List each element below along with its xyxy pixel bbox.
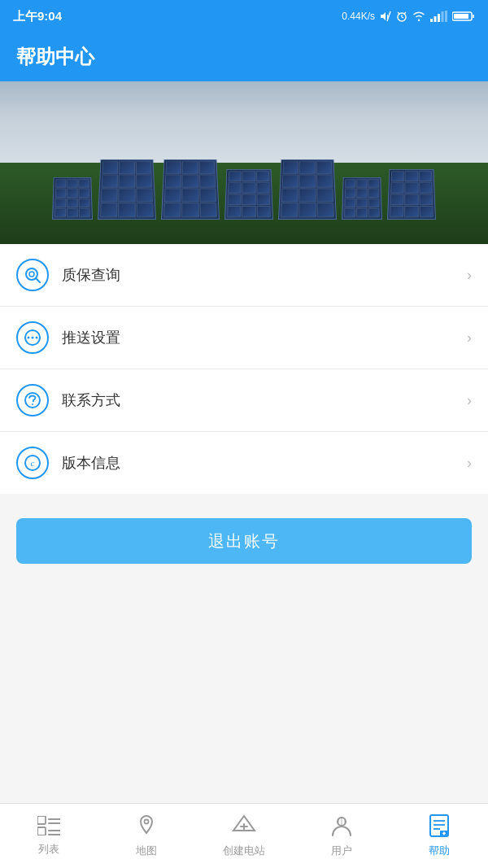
nav-map-label: 地图: [136, 844, 157, 858]
svg-rect-5: [442, 11, 444, 22]
solar-panel: [224, 169, 273, 220]
svg-rect-22: [37, 827, 46, 835]
solar-panel: [161, 159, 220, 220]
nav-item-map[interactable]: 地图: [98, 804, 195, 868]
version-arrow: ›: [467, 455, 472, 472]
network-speed: 0.44K/s: [342, 11, 375, 22]
status-right: 0.44K/s: [342, 11, 475, 22]
page-title: 帮助中心: [16, 44, 94, 70]
solar-panel-array: [0, 150, 488, 220]
logout-section: 退出账号: [0, 494, 488, 588]
solar-panel: [387, 169, 436, 220]
warranty-arrow: ›: [467, 267, 472, 284]
bottom-nav: 列表 地图 创建电站: [0, 803, 488, 868]
nav-item-help[interactable]: 帮助: [390, 804, 488, 868]
nav-list-label: 列表: [38, 842, 59, 857]
push-icon: [16, 321, 49, 354]
svg-rect-2: [430, 19, 433, 22]
nav-item-user[interactable]: 用户: [293, 804, 390, 868]
menu-item-version[interactable]: c 版本信息 ›: [0, 432, 488, 494]
svg-rect-3: [434, 16, 437, 22]
contact-arrow: ›: [467, 392, 472, 409]
menu-section: 质保查询 › 推送设置 › 联系方式 ›: [0, 244, 488, 494]
logout-button[interactable]: 退出账号: [16, 518, 472, 564]
mute-icon: [379, 11, 392, 22]
svg-point-27: [145, 819, 149, 823]
menu-item-contact[interactable]: 联系方式 ›: [0, 369, 488, 432]
status-bar: 上午9:04 0.44K/s: [0, 0, 488, 33]
nav-create-label: 创建电站: [223, 844, 265, 858]
map-icon: [137, 814, 156, 840]
signal-icon: [430, 11, 448, 22]
list-icon: [37, 816, 60, 839]
push-arrow: ›: [467, 329, 472, 347]
svg-point-15: [32, 337, 34, 339]
svg-line-12: [36, 278, 40, 282]
svg-point-14: [28, 337, 30, 339]
solar-panel: [278, 159, 337, 220]
contact-icon: [16, 384, 49, 417]
warranty-label: 质保查询: [62, 265, 467, 285]
nav-item-list[interactable]: 列表: [0, 804, 98, 868]
contact-label: 联系方式: [62, 390, 467, 410]
help-icon: [429, 814, 450, 840]
nav-help-label: 帮助: [429, 844, 450, 858]
svg-text:c: c: [31, 458, 35, 468]
svg-rect-9: [454, 14, 468, 19]
alarm-icon: [396, 11, 407, 22]
wifi-icon: [412, 11, 426, 22]
create-icon: [232, 814, 256, 840]
solar-panel: [342, 177, 382, 220]
version-label: 版本信息: [62, 453, 467, 473]
svg-point-11: [29, 272, 34, 277]
svg-rect-4: [438, 14, 440, 22]
solar-panel: [52, 177, 93, 220]
menu-item-warranty[interactable]: 质保查询 ›: [0, 244, 488, 307]
nav-user-label: 用户: [331, 844, 352, 858]
svg-point-16: [36, 337, 38, 339]
header: 帮助中心: [0, 33, 488, 81]
svg-rect-8: [473, 15, 474, 18]
user-icon: [330, 814, 353, 840]
warranty-icon: [16, 259, 49, 291]
push-label: 推送设置: [62, 328, 467, 347]
svg-point-18: [32, 403, 33, 405]
battery-icon: [452, 11, 475, 22]
version-icon: c: [16, 447, 49, 479]
menu-item-push[interactable]: 推送设置 ›: [0, 307, 488, 369]
banner-image: [0, 81, 488, 244]
solar-panel: [98, 159, 156, 220]
status-time: 上午9:04: [13, 9, 62, 24]
nav-item-create[interactable]: 创建电站: [195, 804, 293, 868]
svg-rect-21: [37, 816, 46, 824]
svg-rect-6: [445, 11, 447, 22]
